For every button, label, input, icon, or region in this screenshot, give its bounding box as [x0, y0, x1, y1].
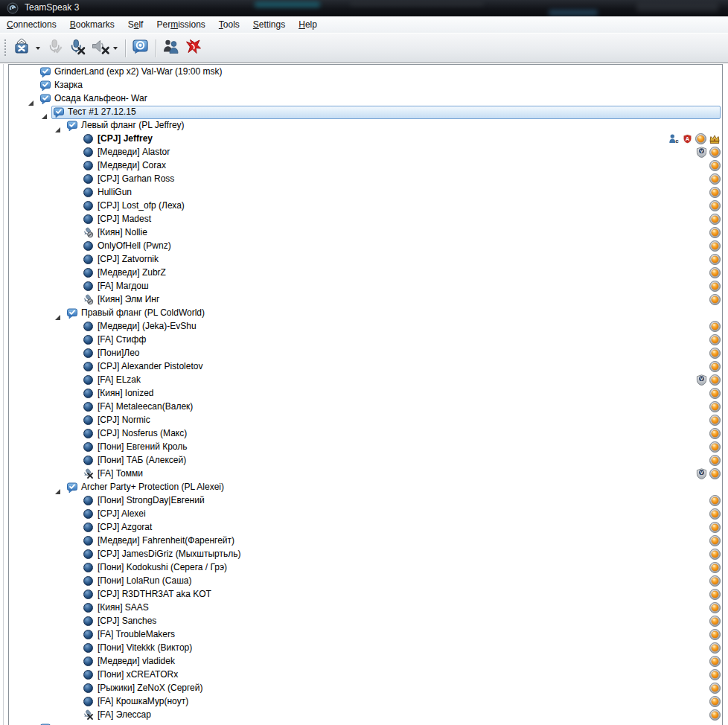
menu-connections[interactable]: Connections	[0, 17, 63, 33]
client-idle-icon	[83, 281, 93, 291]
client-idle-icon	[83, 456, 93, 465]
channel-row[interactable]: Тест #1 27.12.15	[9, 106, 722, 119]
channel-row[interactable]: GrinderLand (exp x2) Val-War (19:00 msk)	[9, 66, 722, 79]
client-row[interactable]: [FA] Магдош	[9, 280, 722, 293]
client-name: [CPJ] Zatvornik	[98, 253, 159, 266]
client-row[interactable]: [FA] Элессар	[9, 709, 722, 722]
channel-name: Правый фланг (PL ColdWorld)	[81, 307, 205, 320]
channel-tree-panel[interactable]: GrinderLand (exp x2) Val-War (19:00 msk)…	[8, 64, 723, 725]
client-name: HulliGun	[98, 186, 132, 199]
menu-permissions[interactable]: Permissions	[150, 17, 211, 33]
client-idle-icon	[83, 657, 93, 666]
client-row[interactable]: [CPJ] Nosferus (Макс)	[9, 427, 722, 441]
client-name: [FA] Metaleecan(Валек)	[98, 400, 193, 414]
menu-settings[interactable]: Settings	[246, 17, 292, 33]
client-row[interactable]: [CPJ] R3DTHR3AT aka KOT	[9, 588, 722, 601]
client-row[interactable]: [FA] TroubleMakers	[9, 628, 722, 642]
client-row[interactable]: [CPJ] Azgorat	[9, 521, 722, 534]
channel-row[interactable]: Кзарка	[9, 79, 722, 92]
client-row[interactable]: HulliGun	[9, 186, 722, 199]
tree-expander-icon[interactable]	[28, 96, 34, 102]
client-name: [FA] Магдош	[98, 280, 149, 293]
client-idle-icon	[83, 442, 93, 452]
contacts-button[interactable]	[160, 36, 182, 60]
client-idle-icon	[83, 549, 93, 559]
client-idle-icon	[83, 255, 93, 264]
client-row[interactable]: [FA] Metaleecan(Валек)	[9, 400, 722, 414]
open-chat-button[interactable]	[130, 36, 152, 60]
dropdown-arrow-icon[interactable]	[36, 47, 40, 50]
menu-help[interactable]: Help	[292, 17, 324, 33]
client-row[interactable]: [Киян] Элм Инг	[9, 293, 722, 307]
client-row[interactable]: [CPJ] Madest	[9, 213, 722, 226]
client-row[interactable]: [CPJ] Alexander Pistoletov	[9, 360, 722, 374]
menu-bookmarks[interactable]: Bookmarks	[63, 17, 121, 33]
channel-row[interactable]: Левый фланг (PL Jeffrey)	[9, 119, 722, 132]
client-row[interactable]: [Медведи] Fahrenheit(Фаренгейт)	[9, 534, 722, 548]
client-name: [CPJ] Azgorat	[98, 521, 152, 534]
client-row[interactable]: [CPJ] Garhan Ross	[9, 173, 722, 186]
mute-speakers-button[interactable]	[89, 36, 121, 60]
background-window-blur	[549, 10, 598, 16]
client-name: [Рыжики] ZeNoX (Сергей)	[98, 682, 203, 695]
tree-expander-icon[interactable]	[42, 109, 48, 115]
client-row[interactable]: [Медведи] (Jeka)-EvShu	[9, 320, 722, 333]
toggle-server-tab-button[interactable]	[11, 36, 44, 60]
toolbar-drag-handle[interactable]	[4, 39, 6, 57]
tree-expander-icon[interactable]	[55, 310, 61, 316]
client-row[interactable]: [Пони] Евгений Кроль	[9, 441, 722, 454]
dropdown-arrow-icon[interactable]	[113, 47, 118, 50]
server-x-icon	[13, 38, 33, 59]
client-row[interactable]: [Рыжики] ZeNoX (Сергей)	[9, 682, 722, 695]
client-row[interactable]: [Медведи] AlastorV	[9, 146, 722, 159]
client-row[interactable]: [FA] ТоммиV	[9, 467, 722, 481]
client-row[interactable]: [Пони] StrongDay|Евгений	[9, 494, 722, 508]
channel-row[interactable]: Правый фланг (PL ColdWorld)	[9, 307, 722, 320]
client-row[interactable]: [Пони] xCREATORx	[9, 668, 722, 682]
client-idle-icon	[83, 670, 93, 680]
client-name: [CPJ] Lost_ofp (Леха)	[98, 199, 185, 213]
client-name: [CPJ] Alexei	[98, 508, 146, 521]
capture-profile-button[interactable]	[44, 36, 66, 60]
menu-tools[interactable]: Tools	[212, 17, 246, 33]
client-row[interactable]: [CPJ] JamesDiGriz (Мыхштыртьль)	[9, 548, 722, 561]
client-name: [Медведи] ZubrZ	[98, 266, 166, 280]
client-name: [CPJ] JamesDiGriz (Мыхштыртьль)	[98, 548, 240, 561]
client-row[interactable]: [CPJ] Lost_ofp (Леха)	[9, 199, 722, 213]
flame-button[interactable]	[182, 36, 205, 60]
client-name: [Пони] StrongDay|Евгений	[98, 494, 205, 508]
client-row[interactable]: [CPJ] Alexei	[9, 508, 722, 521]
client-name: [FA] ELzak	[98, 374, 141, 387]
client-row[interactable]: [CPJ] Normic	[9, 414, 722, 427]
client-row[interactable]: [FA] КрошкаМур(ноут)	[9, 695, 722, 709]
client-idle-icon	[83, 683, 93, 693]
client-row[interactable]: [Киян] SAAS	[9, 601, 722, 615]
client-row[interactable]: [FA] Стифф	[9, 333, 722, 347]
client-row[interactable]: [Пони]Лео	[9, 347, 722, 360]
client-row[interactable]: [Пони] LolaRun (Саша)	[9, 575, 722, 588]
client-idle-icon	[83, 697, 93, 706]
client-row[interactable]: [Киян] Nollie	[9, 226, 722, 240]
client-row[interactable]: OnlyOfHell (Pwnz)	[9, 240, 722, 253]
client-name: [CPJ] Nosferus (Макс)	[98, 427, 187, 441]
client-row[interactable]: [CPJ] Zatvornik	[9, 253, 722, 266]
channel-row[interactable]	[9, 722, 722, 725]
tree-expander-icon[interactable]	[55, 485, 61, 491]
mute-microphone-button[interactable]	[66, 36, 89, 60]
client-row[interactable]: [Медведи] Corax	[9, 159, 722, 173]
tree-expander-icon[interactable]	[55, 123, 61, 129]
client-row[interactable]: [CPJ] Sanches	[9, 615, 722, 628]
client-row[interactable]: [Пони] Kodokushi (Серега / Грэ)	[9, 561, 722, 575]
client-row[interactable]: [CPJ] JeffreycA	[9, 132, 722, 146]
channel-name: Осада Кальфеон- War	[54, 92, 147, 106]
client-row[interactable]: [Медведи] ZubrZ	[9, 266, 722, 280]
client-row[interactable]: [Киян] Ionized	[9, 387, 722, 400]
client-row[interactable]: [FA] ELzakV	[9, 374, 722, 387]
client-row[interactable]: [Пони] ТАБ (Алексей)	[9, 454, 722, 467]
menu-self[interactable]: Self	[121, 17, 150, 33]
client-row[interactable]: [Медведи] vladidek	[9, 655, 722, 668]
channel-row[interactable]: Осада Кальфеон- War	[9, 92, 722, 106]
client-row[interactable]: [Пони] Vitekkk (Виктор)	[9, 642, 722, 655]
client-idle-icon	[83, 603, 93, 613]
channel-row[interactable]: Archer Party+ Protection (PL Alexei)	[9, 481, 722, 494]
